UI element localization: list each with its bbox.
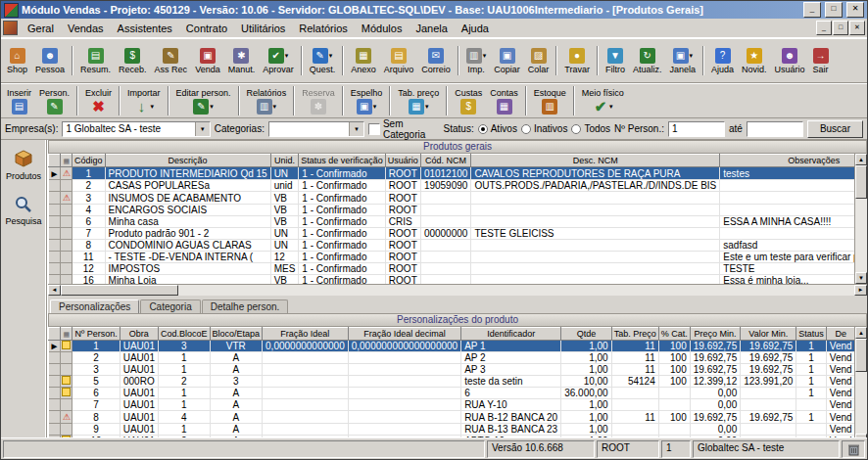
cell-bloco-etapa[interactable]: A [210,399,263,411]
cell-codigo[interactable]: 1 [72,167,106,180]
cell-bloco-etapa[interactable]: A [210,411,263,424]
scroll-thumb[interactable] [855,339,867,372]
cell-usuario[interactable]: ROOT [385,180,420,192]
dropdown-arrow-icon[interactable]: ▾ [425,103,429,111]
cell-status[interactable] [796,399,827,411]
menu-contrato[interactable]: Contrato [179,21,234,36]
cell-de[interactable]: Vend [826,424,854,436]
sidebar-item-produtos[interactable]: Produtos [6,148,41,181]
dropdown-arrow-icon[interactable]: ▾ [151,103,155,111]
cell-preco-min[interactable]: 19.692,75 [690,341,741,352]
tab-personalizacoes[interactable]: Personalizações [50,299,139,313]
mdi-close-button[interactable]: ✕ [849,21,865,35]
cell-tab-preco[interactable]: 11 [611,341,658,352]
cell-valor-min[interactable]: 19.692,75 [741,341,796,352]
scroll-thumb[interactable] [61,285,178,296]
icon-column-header[interactable]: ▦ [61,155,72,167]
imp-button[interactable]: ▥▾Imp. [462,46,491,76]
cell-observacoes[interactable] [720,228,854,240]
cell-bloco-etapa[interactable]: A [210,388,263,399]
sidebar-item-pesquisa[interactable]: Pesquisa [5,195,41,226]
grid-row[interactable]: 2UAU011AAP 21,001110019.692,7519.692,751… [49,352,855,364]
cell-valor-min[interactable] [741,399,796,411]
menu-janela[interactable]: Janela [409,21,454,36]
cell-usuario[interactable]: CRIS [385,216,420,228]
cell-identificador[interactable]: 6 [461,388,561,399]
cell-status-de-verificacao[interactable]: 1 - Confirmado [299,275,386,285]
tab-detalhe-person[interactable]: Detalhe person. [202,299,289,313]
cell-codigo[interactable]: 16 [72,275,106,285]
cell-fracao-ideal[interactable] [263,388,349,399]
radio-ativos[interactable]: Ativos [478,123,517,134]
cell-status[interactable]: 1 [796,352,827,364]
cell-valor-min[interactable]: 123.991,20 [741,376,796,388]
grid-row[interactable]: 2CASAS POPULARESaunid1 - ConfirmadoROOT1… [49,180,855,192]
cell-observacoes[interactable] [720,180,854,192]
cell-desc-ncm[interactable] [471,205,720,216]
radio-icon[interactable] [478,124,488,134]
cell-cod-blocoe[interactable]: 1 [158,388,210,399]
grid-row[interactable]: 16Minha LojaVB1 - ConfirmadoROOTEssa é m… [49,275,855,285]
cell-status[interactable] [796,424,827,436]
cell-descricao[interactable]: Minha Loja [105,275,270,285]
scroll-thumb[interactable] [855,165,867,199]
radio-icon[interactable] [571,124,581,134]
cell-cod-ncm[interactable] [420,216,471,228]
cell-cod-blocoe[interactable]: 1 [158,364,210,376]
grid-row[interactable]: ⚠3INSUMOS DE ACABAMENTOVB1 - ConfirmadoR… [49,192,855,205]
dropdown-arrow-icon[interactable]: ▾ [285,52,289,60]
cell-observacoes[interactable]: sadfasd [720,240,854,252]
cell-tab-preco[interactable]: 11 [611,352,658,364]
scroll-up-button[interactable]: ▲ [855,327,867,339]
mdi-restore-button[interactable]: □ [833,21,848,35]
menu-geral[interactable]: Geral [21,21,61,36]
cell-usuario[interactable]: ROOT [385,192,420,205]
venda-button[interactable]: ▣Venda [191,46,224,76]
cell-tab-preco[interactable] [611,399,658,411]
cell-bloco-etapa[interactable]: A [210,364,263,376]
column-header-qtde[interactable]: Qtde [561,328,612,341]
relatorios-button[interactable]: Relatórios▥▾ [243,86,291,116]
sair-button[interactable]: →Sair [809,46,833,76]
cell-descricao[interactable]: ENCARGOS SOCIAIS [105,205,270,216]
cell-identificador[interactable]: RUA Y-10 [461,399,561,411]
cell-desc-ncm[interactable] [471,263,720,275]
cell-obra[interactable]: UAU01 [120,424,158,436]
cell-desc-ncm[interactable] [471,252,720,263]
cell-tab-preco[interactable]: 11 [611,411,658,424]
cell-tab-preco[interactable]: 54124 [611,376,658,388]
cell-cat[interactable] [658,388,690,399]
scroll-left-button[interactable]: ◄ [48,285,61,296]
grid-row[interactable]: ►⚠1PRODUTO INTERMEDIARIO Qd 15UN1 - Conf… [49,167,855,180]
cell-n-person[interactable]: 2 [72,352,120,364]
cell-observacoes[interactable]: Essa é minha loja... [720,275,854,285]
grid-row[interactable]: 9UAU011ARUA B-13 BANCA 231,000,00Vend [49,424,855,436]
radio-icon[interactable] [521,124,531,134]
column-header-usuario[interactable]: Usuário [385,155,420,167]
cell-qtde[interactable]: 36.000,00 [561,388,612,399]
cell-cat[interactable]: 100 [658,411,690,424]
column-header-valor-min[interactable]: Valor Min. [741,328,796,341]
cell-n-person[interactable]: 3 [72,364,120,376]
cell-cod-ncm[interactable] [420,240,471,252]
cell-status[interactable]: 1 [796,411,827,424]
cell-status-de-verificacao[interactable]: 1 - Confirmado [299,216,386,228]
cell-cod-ncm[interactable]: 19059090 [420,180,471,192]
cell-fracao-ideal-decimal[interactable] [348,352,460,364]
dropdown-arrow-icon[interactable]: ▾ [273,103,277,111]
grid-row[interactable]: ⚠8UAU014ARUA B-12 BANCA 201,001110019.69… [49,411,855,424]
column-header-cat[interactable]: % Cat. [658,328,690,341]
cell-observacoes[interactable]: Este e um teste para verificar procedime… [720,252,854,263]
cell-tab-preco[interactable] [611,388,658,399]
cell-status-de-verificacao[interactable]: 1 - Confirmado [299,180,386,192]
cell-cod-ncm[interactable]: 00000000 [420,228,471,240]
cell-codigo[interactable]: 11 [72,252,106,263]
cell-descricao[interactable]: Minha casa [105,216,270,228]
cell-qtde[interactable]: 10,00 [561,376,612,388]
buscar-button[interactable]: Buscar [807,120,863,138]
cell-tab-preco[interactable]: 11 [611,364,658,376]
cell-descricao[interactable]: CONDOMÍNIO AGUAS CLARAS [105,240,270,252]
cell-descricao[interactable]: IMPOSTOS [105,263,270,275]
horizontal-scrollbar[interactable]: ◄ ► [48,284,867,296]
cell-bloco-etapa[interactable]: A [210,424,263,436]
